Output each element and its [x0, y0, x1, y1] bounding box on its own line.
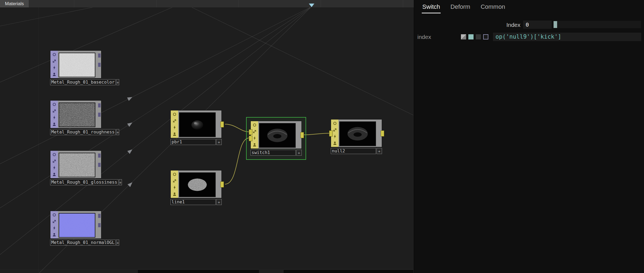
render-flag-icon[interactable] [52, 108, 57, 114]
node-body[interactable] [250, 121, 302, 149]
tab-switch[interactable]: Switch [422, 3, 441, 13]
param-mode-constant[interactable] [461, 34, 466, 39]
node-body[interactable] [331, 119, 382, 147]
render-flag-icon[interactable] [172, 118, 177, 124]
node-expand-button[interactable]: + [116, 129, 119, 135]
network-canvas[interactable]: Materials Metal_Rough_01_basecolor+Metal… [0, 0, 414, 273]
cook-flag-icon[interactable] [252, 135, 257, 141]
node-body[interactable] [170, 110, 222, 138]
node-thumbnail [59, 103, 95, 127]
node-expand-button[interactable]: + [296, 150, 302, 156]
cook-flag-icon[interactable] [52, 115, 57, 121]
flag-column [50, 101, 58, 128]
viewer-flag-icon[interactable] [52, 101, 57, 107]
output-connector[interactable] [381, 130, 384, 136]
output-connector[interactable] [98, 53, 101, 58]
cook-flag-icon[interactable] [172, 124, 177, 130]
viewer-flag-icon[interactable] [52, 152, 57, 158]
render-flag-icon[interactable] [52, 158, 57, 164]
viewer-flag-icon[interactable] [252, 122, 257, 128]
output-connector[interactable] [98, 113, 101, 117]
parameter-panel: Switch Deform Common Index 0 index op('n… [414, 0, 644, 273]
viewer-flag-icon[interactable] [52, 52, 57, 58]
node-name-label[interactable]: line1 [170, 199, 216, 205]
viewer-flag-icon[interactable] [172, 171, 177, 177]
node-name-label[interactable]: Metal_Rough_01_basecolor [50, 79, 116, 85]
index-value-field[interactable]: 0 [523, 21, 552, 29]
node-body[interactable] [50, 211, 101, 239]
output-connector[interactable] [300, 132, 304, 138]
output-connector[interactable] [98, 103, 101, 107]
render-flag-icon[interactable] [52, 58, 57, 64]
node-expand-button[interactable]: + [377, 148, 382, 154]
input-connector[interactable] [249, 136, 252, 141]
output-connector[interactable] [98, 163, 101, 167]
offscreen-node[interactable] [284, 269, 413, 273]
cook-flag-icon[interactable] [172, 184, 177, 190]
render-flag-icon[interactable] [172, 178, 177, 184]
render-flag-icon[interactable] [52, 218, 57, 224]
output-connector[interactable] [98, 63, 101, 67]
node-expand-button[interactable]: + [216, 139, 222, 145]
param-mode-expression[interactable] [468, 34, 474, 39]
node-body[interactable] [170, 170, 222, 198]
node-name-label[interactable]: Metal_Rough_01_roughness [50, 129, 116, 135]
offscreen-node[interactable] [138, 269, 259, 273]
tab-common[interactable]: Common [480, 3, 506, 13]
node-body[interactable] [50, 100, 101, 128]
lock-flag-icon[interactable] [52, 71, 57, 77]
node-expand-button[interactable]: + [116, 240, 119, 246]
network-header: Materials [0, 0, 414, 7]
cook-flag-icon[interactable] [52, 165, 57, 171]
output-connector[interactable] [220, 181, 224, 187]
index-slider[interactable] [553, 21, 641, 29]
render-flag-icon[interactable] [332, 127, 338, 133]
param-mode-bind[interactable] [483, 34, 488, 39]
cook-flag-icon[interactable] [52, 225, 57, 231]
node-expand-button[interactable]: + [216, 199, 222, 205]
output-connector[interactable] [98, 214, 101, 218]
index-slider-handle[interactable] [554, 21, 557, 28]
parameter-tabs: Switch Deform Common [422, 3, 506, 13]
node-expand-button[interactable]: + [119, 179, 122, 185]
node-name-label[interactable]: switch1 [250, 150, 296, 156]
viewer-flag-icon[interactable] [332, 120, 338, 126]
lock-flag-icon[interactable] [52, 121, 57, 127]
wire[interactable] [225, 138, 249, 184]
wire-direction-arrow [127, 148, 134, 154]
lock-flag-icon[interactable] [332, 140, 338, 146]
tab-materials[interactable]: Materials [0, 0, 29, 7]
header-separator [238, 0, 239, 7]
lock-flag-icon[interactable] [172, 191, 177, 197]
input-connector[interactable] [329, 130, 333, 136]
render-flag-icon[interactable] [252, 129, 257, 135]
node-body[interactable] [50, 50, 101, 78]
lock-flag-icon[interactable] [52, 171, 57, 177]
index-param-label: Index [414, 21, 520, 29]
output-connector[interactable] [98, 153, 101, 158]
node-expand-button[interactable]: + [116, 79, 119, 85]
param-mode-export[interactable] [476, 34, 481, 39]
output-connector[interactable] [220, 121, 224, 127]
node-name-label[interactable]: Metal_Rough_01_glossiness [50, 179, 118, 185]
offscreen-indicator[interactable] [309, 4, 314, 7]
viewer-flag-icon[interactable] [52, 212, 57, 218]
input-connector[interactable] [249, 129, 252, 135]
node-name-label[interactable]: null2 [331, 148, 376, 154]
node-name-label[interactable]: pbr1 [170, 139, 216, 145]
cook-flag-icon[interactable] [52, 65, 57, 71]
node-thumbnail [59, 213, 95, 238]
viewer-flag-icon[interactable] [172, 111, 177, 117]
lock-flag-icon[interactable] [172, 131, 177, 137]
output-connector[interactable] [98, 223, 101, 227]
node-name-label[interactable]: Metal_Rough_01_normalOGL [50, 240, 116, 246]
wire[interactable] [225, 124, 249, 132]
lock-flag-icon[interactable] [52, 232, 57, 238]
tab-deform[interactable]: Deform [450, 3, 471, 13]
node-body[interactable] [50, 150, 101, 178]
cook-flag-icon[interactable] [332, 133, 338, 140]
wire-direction-arrow [127, 181, 134, 187]
index-expression-field[interactable]: op('null9')['kick'] [493, 33, 641, 41]
wire[interactable] [302, 133, 330, 135]
lock-flag-icon[interactable] [252, 142, 257, 148]
